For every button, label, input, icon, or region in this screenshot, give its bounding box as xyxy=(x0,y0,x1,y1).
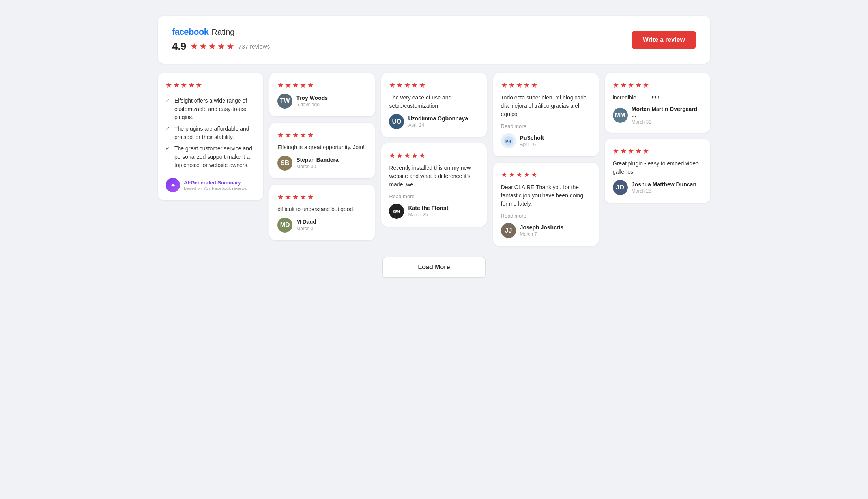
summary-card: ★ ★ ★ ★ ★ Elfsight offers a wide range o… xyxy=(158,73,263,200)
ai-icon: ✦ xyxy=(166,178,180,192)
kate-read-more[interactable]: Read more xyxy=(389,193,414,199)
mdaud-reviewer: MD M Daud March 3 xyxy=(277,218,367,233)
uzodimma-stars: ★ ★ ★ ★ ★ xyxy=(389,81,479,90)
summary-bullet-3: The great customer service and personali… xyxy=(166,143,255,171)
rating-text: Rating xyxy=(212,28,235,37)
joseph-stars: ★ ★ ★ ★ ★ xyxy=(501,171,591,179)
stepan-reviewer: SB Stepan Bandera March 30 xyxy=(277,156,367,171)
header-rating-row: 4.9 ★ ★ ★ ★ ★ 737 reviews xyxy=(172,40,270,53)
puschoft-date: April 16 xyxy=(520,142,544,147)
star-3: ★ xyxy=(208,41,216,52)
summary-bullet-2: The plugins are affordable and praised f… xyxy=(166,123,255,143)
header-left: facebook Rating 4.9 ★ ★ ★ ★ ★ 737 review… xyxy=(172,27,270,53)
col-summary: ★ ★ ★ ★ ★ Elfsight offers a wide range o… xyxy=(158,73,263,200)
puschoft-stars: ★ ★ ★ ★ ★ xyxy=(501,81,591,90)
uzodimma-text: The very ease of use and setup/customiza… xyxy=(389,94,479,110)
stepan-info: Stepan Bandera March 30 xyxy=(296,157,339,169)
write-review-button[interactable]: Write a review xyxy=(632,31,696,49)
joshua-reviewer: JD Joshua Matthew Duncan March 28 xyxy=(613,180,702,195)
mdaud-date: March 3 xyxy=(296,226,316,231)
mdaud-name: M Daud xyxy=(296,219,316,225)
troy-name: Troy Woods xyxy=(296,95,328,101)
ai-summary-text: AI-Generated Summary Based on 737 Facebo… xyxy=(184,180,247,191)
morten-text: incredible..........!!!!! xyxy=(613,94,702,102)
morten-reviewer: MM Morten Martin Overgaard ... March 31 xyxy=(613,106,702,125)
header-card: facebook Rating 4.9 ★ ★ ★ ★ ★ 737 review… xyxy=(158,16,710,64)
joshua-stars: ★ ★ ★ ★ ★ xyxy=(613,147,702,156)
reviews-count: 737 reviews xyxy=(238,43,270,50)
joseph-read-more[interactable]: Read more xyxy=(501,213,526,219)
joshua-avatar: JD xyxy=(613,180,628,195)
puschoft-read-more[interactable]: Read more xyxy=(501,123,526,129)
morten-info: Morten Martin Overgaard ... March 31 xyxy=(632,106,702,125)
joseph-date: March 7 xyxy=(520,231,564,237)
ai-summary-row: ✦ AI-Generated Summary Based on 737 Face… xyxy=(166,178,255,192)
stepan-name: Stepan Bandera xyxy=(296,157,339,163)
mdaud-info: M Daud March 3 xyxy=(296,219,316,231)
troy-reviewer: TW Troy Woods 5 days ago xyxy=(277,94,367,109)
puschoft-avatar: PS xyxy=(501,133,516,148)
kate-date: March 25 xyxy=(408,212,448,218)
joseph-text: Dear CLAIRE Thank you for the fantastic … xyxy=(501,183,591,208)
facebook-logo: facebook xyxy=(172,27,209,37)
troy-woods-card: ★ ★ ★ ★ ★ TW Troy Woods 5 days ago xyxy=(269,73,375,116)
s2: ★ xyxy=(173,81,180,90)
svg-text:PS: PS xyxy=(505,139,511,144)
col-2: ★ ★ ★ ★ ★ TW Troy Woods 5 days ago ★ xyxy=(269,73,375,240)
stepan-avatar: SB xyxy=(277,156,292,171)
header-brand: facebook Rating xyxy=(172,27,270,37)
difficult-stars: ★ ★ ★ ★ ★ xyxy=(277,193,367,201)
s1: ★ xyxy=(166,81,172,90)
puschoft-name: PuSchoft xyxy=(520,135,544,141)
elfsingh-stars: ★ ★ ★ ★ ★ xyxy=(277,131,367,139)
star-2: ★ xyxy=(199,41,207,52)
summary-bullet-1: Elfsight offers a wide range of customiz… xyxy=(166,95,255,123)
joshua-card: ★ ★ ★ ★ ★ Great plugin - easy to embed v… xyxy=(605,139,710,203)
col-4: ★ ★ ★ ★ ★ Todo esta super bien, mi blog … xyxy=(493,73,599,246)
elfsingh-text: Elfsingh is a great opportunity. Join! xyxy=(277,143,367,152)
overall-rating: 4.9 xyxy=(172,40,186,53)
stepan-date: March 30 xyxy=(296,164,339,169)
difficult-text: difficult to understand but good. xyxy=(277,205,367,214)
morten-name: Morten Martin Overgaard ... xyxy=(632,106,702,118)
troy-info: Troy Woods 5 days ago xyxy=(296,95,328,107)
troy-stars: ★ ★ ★ ★ ★ xyxy=(277,81,367,90)
joshua-text: Great plugin - easy to embed video galle… xyxy=(613,159,702,176)
puschoft-info: PuSchoft April 16 xyxy=(520,135,544,147)
star-1: ★ xyxy=(190,41,198,52)
s4: ★ xyxy=(188,81,195,90)
difficult-card: ★ ★ ★ ★ ★ difficult to understand but go… xyxy=(269,185,375,240)
joseph-info: Joseph Joshcris March 7 xyxy=(520,224,564,237)
kate-card: ★ ★ ★ ★ ★ Recently installed this on my … xyxy=(381,143,486,227)
joshua-date: March 28 xyxy=(632,188,696,194)
uzodimma-name: Uzodimma Ogbonnaya xyxy=(408,115,468,122)
morten-card: ★ ★ ★ ★ ★ incredible..........!!!!! MM M… xyxy=(605,73,710,133)
header-stars: ★ ★ ★ ★ ★ xyxy=(190,41,234,52)
reviews-grid: ★ ★ ★ ★ ★ Elfsight offers a wide range o… xyxy=(158,73,710,246)
uzodimma-reviewer: UO Uzodimma Ogbonnaya April 24 xyxy=(389,114,479,129)
kate-text: Recently installed this on my new websit… xyxy=(389,164,479,189)
s3: ★ xyxy=(181,81,187,90)
load-more-row: Load More xyxy=(158,257,710,278)
joseph-reviewer: JJ Joseph Joshcris March 7 xyxy=(501,223,591,238)
col-3: ★ ★ ★ ★ ★ The very ease of use and setup… xyxy=(381,73,486,227)
mdaud-avatar: MD xyxy=(277,218,292,233)
morten-date: March 31 xyxy=(632,119,702,125)
uzodimma-date: April 24 xyxy=(408,122,468,128)
kate-avatar: kate xyxy=(389,204,404,219)
joshua-info: Joshua Matthew Duncan March 28 xyxy=(632,181,696,194)
puschoft-reviewer: PS PuSchoft April 16 xyxy=(501,133,591,148)
morten-avatar: MM xyxy=(613,108,628,123)
star-4: ★ xyxy=(217,41,225,52)
troy-date: 5 days ago xyxy=(296,102,328,107)
puschoft-card: ★ ★ ★ ★ ★ Todo esta super bien, mi blog … xyxy=(493,73,599,156)
summary-stars: ★ ★ ★ ★ ★ xyxy=(166,81,255,90)
load-more-button[interactable]: Load More xyxy=(382,257,486,278)
widget-container: facebook Rating 4.9 ★ ★ ★ ★ ★ 737 review… xyxy=(158,16,710,278)
joseph-avatar: JJ xyxy=(501,223,516,238)
s5: ★ xyxy=(196,81,202,90)
uzodimma-avatar: UO xyxy=(389,114,404,129)
uzodimma-card: ★ ★ ★ ★ ★ The very ease of use and setup… xyxy=(381,73,486,137)
ai-sublabel: Based on 737 Facebook reviews xyxy=(184,186,247,191)
star-5: ★ xyxy=(226,41,234,52)
